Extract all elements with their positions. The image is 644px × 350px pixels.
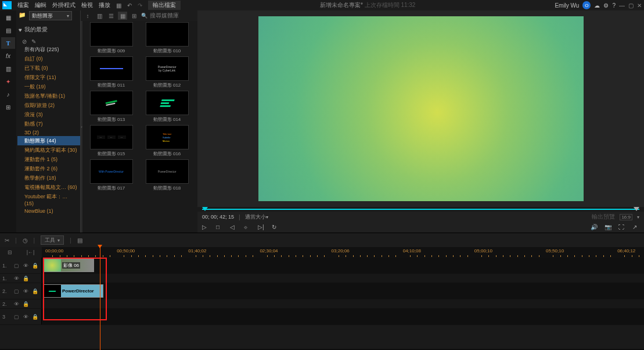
help-icon[interactable]: ? <box>612 2 616 9</box>
import-icon[interactable]: 📁 <box>19 12 27 20</box>
category-item[interactable]: 致謝名單/捲動 (1) <box>17 91 80 101</box>
playhead[interactable] <box>100 247 100 350</box>
track-header[interactable]: 2.👁🔒 <box>0 299 42 308</box>
menu-plugins[interactable]: 外掛程式 <box>52 1 75 9</box>
volume-icon[interactable]: 🔊 <box>591 224 598 231</box>
template-thumb[interactable]: 動態圖形 009 <box>88 22 135 54</box>
track-height-icon[interactable]: |←| <box>27 249 35 255</box>
track-toggle-icon[interactable]: 👁 <box>13 301 20 308</box>
category-item[interactable]: 自訂 (0) <box>17 54 80 63</box>
aspect-ratio-selector[interactable]: 16:9 <box>620 214 632 220</box>
track-header[interactable]: 1.▢👁🔒 <box>0 258 42 273</box>
category-item[interactable]: 一般 (19) <box>17 82 80 91</box>
track-toggle-icon[interactable]: ▢ <box>13 262 20 269</box>
close-button[interactable]: ✕ <box>637 2 642 9</box>
template-thumb[interactable]: 動態圖形 010 <box>144 22 190 54</box>
stop-button[interactable]: □ <box>216 224 223 231</box>
track-content[interactable] <box>42 274 644 283</box>
track-content[interactable] <box>42 309 644 324</box>
track-toggle-icon[interactable]: 🔒 <box>22 275 29 282</box>
effect-room-tab[interactable]: ▤ <box>1 24 15 36</box>
more-room-tab[interactable]: ⊞ <box>1 101 15 113</box>
play-button[interactable]: ▷ <box>202 224 209 231</box>
cloud-icon[interactable]: ☁ <box>594 2 600 9</box>
category-item[interactable]: 假期/旅遊 (2) <box>17 101 80 110</box>
user-avatar[interactable]: O <box>582 1 591 9</box>
sort-icon[interactable]: ↕ <box>83 12 92 20</box>
lasso-tool-icon[interactable]: ⊘ <box>22 38 27 45</box>
title-clip[interactable]: PowerDirector <box>43 284 103 298</box>
category-item[interactable]: 浪漫 (3) <box>17 110 80 119</box>
filter-icon[interactable]: ▥ <box>95 12 104 20</box>
category-item[interactable]: 已下載 (0) <box>17 63 80 73</box>
mute-all-icon[interactable]: ⊟ <box>8 249 12 255</box>
category-item[interactable]: Youtuber 範本：… (15) <box>17 192 80 207</box>
popout-icon[interactable]: ↗ <box>632 224 639 231</box>
pip-room-tab[interactable]: ✦ <box>1 76 15 87</box>
track-toggle-icon[interactable]: 👁 <box>22 262 29 269</box>
category-item[interactable]: 電視播報風格文… (60) <box>17 183 80 192</box>
panel-divider[interactable] <box>81 21 82 233</box>
menu-view[interactable]: 檢視 <box>81 1 93 9</box>
pen-tool-icon[interactable]: ✎ <box>31 38 36 45</box>
search-input[interactable]: 搜尋媒體庫 <box>141 12 195 20</box>
seek-button[interactable]: ⟐ <box>244 224 251 231</box>
loop-button[interactable]: ↻ <box>272 224 279 231</box>
category-dropdown[interactable]: 動態圖形 <box>29 11 72 20</box>
track-toggle-icon[interactable]: 👁 <box>13 275 20 282</box>
track-header[interactable]: 1.👁🔒 <box>0 274 42 283</box>
undo-icon[interactable]: ↶ <box>127 2 132 9</box>
video-clip[interactable]: 影像 06 <box>43 259 94 272</box>
category-item[interactable]: 3D (2) <box>17 128 80 136</box>
track-toggle-icon[interactable]: 🔒 <box>31 288 38 295</box>
timeline-ruler[interactable]: 00;00;0000;50;0001;40;0202;30;0403;20;06… <box>42 247 644 258</box>
category-item[interactable]: 動態圖形 (44) <box>17 136 80 145</box>
template-thumb[interactable]: 動態圖形 011 <box>88 56 135 88</box>
track-toggle-icon[interactable]: 👁 <box>22 288 29 295</box>
fullscreen-icon[interactable]: ⛶ <box>618 224 625 231</box>
category-item[interactable]: 簡約風格文字範本 (30) <box>17 145 80 155</box>
snapshot-icon[interactable]: 📷 <box>605 224 611 231</box>
minimize-button[interactable]: — <box>619 2 625 9</box>
menu-file[interactable]: 檔案 <box>17 1 29 9</box>
favorites-row[interactable]: ♥ 我的最愛 <box>16 21 80 38</box>
timecode-display[interactable]: 00; 00; 42; 15 <box>202 214 234 220</box>
tl-keyframe-icon[interactable]: ▤ <box>77 237 82 244</box>
redo-icon[interactable]: ↷ <box>138 2 142 9</box>
maximize-button[interactable]: ▢ <box>628 2 634 9</box>
menu-edit[interactable]: 編輯 <box>35 1 46 9</box>
track-content[interactable]: 影像 06 <box>42 258 644 273</box>
track-toggle-icon[interactable]: 👁 <box>22 313 29 320</box>
preview-seek-bar[interactable] <box>202 207 639 212</box>
transition-room-tab[interactable]: ▥ <box>1 63 15 74</box>
layout-icon[interactable]: ▦ <box>116 2 121 9</box>
template-thumb[interactable]: 動態圖形 013 <box>88 91 135 123</box>
category-item[interactable]: 動感 (7) <box>17 119 80 128</box>
tl-clock-icon[interactable]: ◷ <box>23 237 28 244</box>
list-view-icon[interactable]: ☰ <box>106 12 116 20</box>
template-thumb[interactable]: Title textSubtitleMotion動態圖形 016 <box>144 125 190 157</box>
template-thumb[interactable]: 動態圖形 014 <box>144 91 190 123</box>
preview-quality-dropdown[interactable]: 適當大小 <box>245 213 268 221</box>
grid-view-icon[interactable]: ▦ <box>118 12 127 20</box>
category-item[interactable]: 運動套件 1 (5) <box>17 155 80 164</box>
settings-icon[interactable]: ⚙ <box>603 2 609 9</box>
category-item[interactable]: NewBlue (1) <box>17 207 80 215</box>
template-thumb[interactable]: ······動態圖形 015 <box>88 125 135 157</box>
track-toggle-icon[interactable]: 🔒 <box>22 301 29 308</box>
track-header[interactable]: 2.▢👁🔒 <box>0 283 42 299</box>
title-room-tab[interactable]: T <box>1 37 15 49</box>
track-toggle-icon[interactable]: ▢ <box>13 288 20 295</box>
prev-frame-button[interactable]: ◁ <box>230 224 237 231</box>
category-item[interactable]: 所有內容 (225) <box>17 45 80 54</box>
category-item[interactable]: 教學創作 (18) <box>17 173 80 183</box>
tl-cut-icon[interactable]: ✂ <box>5 237 9 244</box>
preview-canvas[interactable] <box>258 16 584 201</box>
track-toggle-icon[interactable]: ▢ <box>13 313 20 320</box>
template-thumb[interactable]: With PowerDirector動態圖形 017 <box>88 159 135 191</box>
audio-room-tab[interactable]: ♪ <box>1 88 15 100</box>
media-room-tab[interactable]: ▦ <box>1 12 15 23</box>
template-thumb[interactable]: PowerDirectorby CyberLink動態圖形 012 <box>144 56 190 88</box>
track-toggle-icon[interactable]: 🔒 <box>31 313 38 320</box>
template-thumb[interactable]: PowerDirector動態圖形 018 <box>144 159 190 191</box>
